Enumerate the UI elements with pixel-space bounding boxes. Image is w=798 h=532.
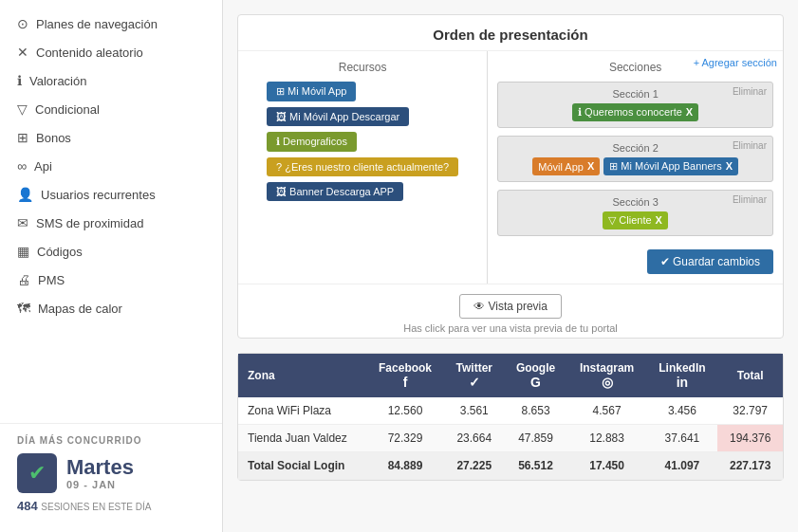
eliminar-btn-1[interactable]: Eliminar xyxy=(733,86,767,97)
recurso-badge-2[interactable]: ℹ Demograficos xyxy=(267,132,357,152)
agregar-seccion-button[interactable]: + Agregar sección xyxy=(694,57,777,68)
cell-twitter-0: 3.561 xyxy=(444,397,504,425)
section-block-1: EliminarSección 1ℹ Queremos conocerte X xyxy=(497,82,773,128)
sidebar-label-contenido: Contenido aleatorio xyxy=(36,46,143,60)
cell-linkedin-0: 3.456 xyxy=(646,397,717,425)
recurso-badge-3[interactable]: ? ¿Eres nuestro cliente actualmente? xyxy=(267,157,458,176)
cell-instagram-0: 4.567 xyxy=(567,397,647,425)
dia-mas-concurrido-label: DÍA MÁS CONCURRIDO xyxy=(17,435,205,446)
orden-card: Orden de presentación Recursos ⊞ Mi Móvi… xyxy=(237,14,784,339)
eliminar-btn-2[interactable]: Eliminar xyxy=(733,140,767,151)
sidebar-item-bonos[interactable]: ⊞ Bonos xyxy=(0,123,222,152)
condicional-icon: ▽ xyxy=(17,101,28,117)
remove-tag-2-1[interactable]: X xyxy=(726,161,733,172)
sidebar-label-valoracion: Valoración xyxy=(29,74,86,88)
table-row: Total Social Login84.88927.22556.51217.4… xyxy=(238,452,783,480)
cell-twitter-1: 23.664 xyxy=(444,425,504,452)
sidebar-label-condicional: Condicional xyxy=(35,102,100,117)
google-icon: G xyxy=(513,375,557,390)
sidebar-item-planes[interactable]: ⊙ Planes de navegación xyxy=(0,9,222,38)
cell-google-2: 56.512 xyxy=(504,452,566,480)
card-title: Orden de presentación xyxy=(238,15,783,51)
facebook-icon: f xyxy=(376,375,435,390)
cell-instagram-1: 12.883 xyxy=(567,425,647,452)
remove-tag-2-0[interactable]: X xyxy=(587,161,594,172)
cell-total-2: 227.173 xyxy=(717,452,783,480)
cell-total-0: 32.797 xyxy=(717,397,783,425)
cell-linkedin-2: 41.097 xyxy=(646,452,717,480)
eliminar-btn-3[interactable]: Eliminar xyxy=(733,194,767,205)
table-row: Tienda Juan Valdez72.32923.66447.85912.8… xyxy=(238,425,783,452)
secciones-column: Secciones + Agregar sección EliminarSecc… xyxy=(488,51,783,284)
sidebar-bottom: DÍA MÁS CONCURRIDO ✔ Martes 09 - JAN 484… xyxy=(0,423,222,523)
section-tag-2-1: ⊞ Mi Móvil App Banners X xyxy=(603,157,738,175)
sms-icon: ✉ xyxy=(17,215,28,230)
cell-instagram-2: 17.450 xyxy=(567,452,647,480)
sidebar-label-mapas: Mapas de calor xyxy=(38,302,122,316)
section-tag-3-0: ▽ Cliente X xyxy=(603,211,668,229)
linkedin-icon: in xyxy=(656,375,708,390)
sidebar-item-valoracion[interactable]: ℹ Valoración xyxy=(0,66,222,95)
planes-icon: ⊙ xyxy=(17,16,28,31)
sidebar-label-usuarios: Usuarios recurrentes xyxy=(41,188,156,202)
sidebar-label-pms: PMS xyxy=(38,273,65,287)
api-icon: ∞ xyxy=(17,158,27,174)
mapas-icon: 🗺 xyxy=(17,301,30,316)
th-facebook: Facebookf xyxy=(366,354,444,397)
section-label-2: Sección 2 xyxy=(506,142,765,154)
section-label-3: Sección 3 xyxy=(506,196,765,208)
remove-tag-3-0[interactable]: X xyxy=(656,215,662,226)
calendar-icon: ✔ xyxy=(17,453,57,493)
remove-tag-1-0[interactable]: X xyxy=(686,107,693,118)
vista-previa-button[interactable]: 👁 Vista previa xyxy=(459,294,562,319)
cell-linkedin-1: 37.641 xyxy=(646,425,717,452)
recurso-badge-0[interactable]: ⊞ Mi Móvil App xyxy=(267,82,356,101)
stats-table: ZonaFacebookfTwitter✓GoogleGInstagram◎Li… xyxy=(238,354,783,480)
sidebar-item-pms[interactable]: 🖨 PMS xyxy=(0,266,222,294)
sidebar-item-api[interactable]: ∞ Api xyxy=(0,152,222,180)
sidebar-item-sms[interactable]: ✉ SMS de proximidad xyxy=(0,209,222,237)
sidebar-label-planes: Planes de navegación xyxy=(36,17,158,31)
sidebar-item-condicional[interactable]: ▽ Condicional xyxy=(0,95,222,123)
cell-zona-2: Total Social Login xyxy=(238,452,366,480)
section-label-1: Sección 1 xyxy=(506,88,765,100)
table-row: Zona WiFi Plaza12.5603.5618.6534.5673.45… xyxy=(238,397,783,425)
section-block-2: EliminarSección 2Móvil App X⊞ Mi Móvil A… xyxy=(497,136,773,182)
main-content: Orden de presentación Recursos ⊞ Mi Móvi… xyxy=(223,0,798,532)
th-total: Total xyxy=(717,354,783,397)
dia-date: 09 - JAN xyxy=(66,479,134,490)
recurso-badge-1[interactable]: 🖼 Mi Móvil App Descargar xyxy=(267,107,409,126)
sidebar-label-api: Api xyxy=(34,159,52,174)
cell-zona-1: Tienda Juan Valdez xyxy=(238,425,366,452)
recurso-badge-4[interactable]: 🖼 Banner Descarga APP xyxy=(267,182,403,201)
usuarios-icon: 👤 xyxy=(17,187,33,202)
th-google: GoogleG xyxy=(504,354,566,397)
cell-total-1: 194.376 xyxy=(717,425,783,452)
recursos-column: Recursos ⊞ Mi Móvil App🖼 Mi Móvil App De… xyxy=(238,51,488,284)
sidebar-item-mapas[interactable]: 🗺 Mapas de calor xyxy=(0,294,222,322)
vista-previa-subtitle: Has click para ver una vista previa de t… xyxy=(238,322,783,334)
sidebar-item-contenido[interactable]: ✕ Contenido aleatorio xyxy=(0,38,222,66)
sidebar-label-bonos: Bonos xyxy=(36,131,71,145)
th-zona: Zona xyxy=(238,354,366,397)
stats-card: ZonaFacebookfTwitter✓GoogleGInstagram◎Li… xyxy=(237,353,784,481)
th-instagram: Instagram◎ xyxy=(567,354,647,397)
cell-twitter-2: 27.225 xyxy=(444,452,504,480)
guardar-cambios-button[interactable]: ✔ Guardar cambios xyxy=(647,249,773,274)
sidebar-item-codigos[interactable]: ▦ Códigos xyxy=(0,237,222,266)
sidebar-item-usuarios[interactable]: 👤 Usuarios recurrentes xyxy=(0,180,222,209)
section-block-3: EliminarSección 3▽ Cliente X xyxy=(497,190,773,236)
cell-google-0: 8.653 xyxy=(504,397,566,425)
cell-facebook-0: 12.560 xyxy=(366,397,444,425)
bonos-icon: ⊞ xyxy=(17,130,28,145)
cell-facebook-2: 84.889 xyxy=(366,452,444,480)
sesiones-count: 484 xyxy=(17,499,38,513)
cell-facebook-1: 72.329 xyxy=(366,425,444,452)
pms-icon: 🖨 xyxy=(17,272,30,287)
contenido-icon: ✕ xyxy=(17,45,28,60)
instagram-icon: ◎ xyxy=(577,375,638,390)
section-tag-1-0: ℹ Queremos conocerte X xyxy=(572,103,698,121)
cell-zona-0: Zona WiFi Plaza xyxy=(238,397,366,425)
recursos-header: Recursos xyxy=(339,61,387,74)
twitter-icon: ✓ xyxy=(454,375,494,390)
